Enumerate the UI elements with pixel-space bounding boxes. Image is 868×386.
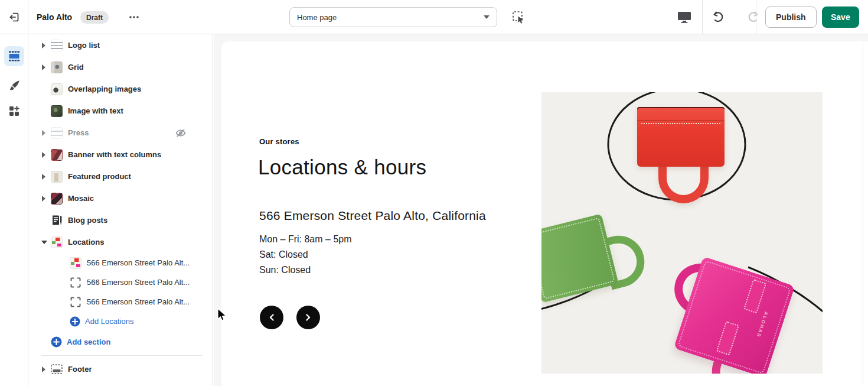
section-label: Press: [68, 128, 89, 137]
block-row-location-1[interactable]: 566 Emerson Street Palo Alt...: [28, 253, 213, 273]
device-preview-button[interactable]: [677, 11, 692, 24]
section-row-popups[interactable]: Popups: [28, 380, 213, 386]
rail-tab-theme-settings[interactable]: [4, 76, 24, 96]
block-label: 566 Emerson Street Palo Alt...: [87, 278, 190, 287]
plus-circle-icon: [51, 336, 62, 348]
sections-panel: Logo list Grid Overlapping images Image …: [28, 34, 213, 386]
hours-line: Sat: Closed: [259, 247, 352, 262]
panel-divider: [41, 355, 202, 356]
section-row-footer[interactable]: Footer: [28, 358, 213, 380]
publish-button[interactable]: Publish: [765, 7, 817, 28]
plus-circle-icon: [70, 316, 80, 327]
previous-arrow-button[interactable]: [260, 306, 283, 329]
section-thumbnail: [51, 149, 63, 161]
location-photo-handbags: ALOHAS: [541, 92, 823, 374]
next-arrow-button[interactable]: [296, 306, 320, 329]
chevron-right-icon: [305, 313, 312, 322]
preview-background: Our stores Locations & hours 566 Emerson…: [214, 34, 868, 386]
save-button[interactable]: Save: [822, 7, 859, 28]
chevron-right-icon[interactable]: [41, 64, 51, 70]
apps-icon: [8, 105, 20, 117]
inspect-element-button[interactable]: [510, 9, 527, 25]
section-thumbnail: [51, 193, 63, 205]
section-row-grid[interactable]: Grid: [28, 56, 213, 78]
rail-tab-sections[interactable]: [4, 46, 24, 66]
section-label: Footer: [68, 365, 92, 374]
hours-line: Sun: Closed: [259, 262, 352, 278]
chevron-right-icon[interactable]: [41, 366, 51, 372]
status-badge: Draft: [80, 11, 109, 24]
toolbar-divider: [702, 0, 703, 34]
section-label: Image with text: [68, 106, 123, 115]
paintbrush-icon: [8, 79, 21, 92]
section-row-press[interactable]: Press: [28, 122, 213, 144]
chevron-down-icon: [484, 15, 490, 19]
editor-rail: [0, 34, 28, 386]
section-thumbnail: [51, 61, 63, 73]
preview-eyebrow[interactable]: Our stores: [259, 137, 299, 146]
section-row-mosaic[interactable]: Mosaic: [28, 187, 213, 209]
block-label: 566 Emerson Street Palo Alt...: [87, 297, 190, 306]
footer-icon: [51, 364, 63, 375]
section-thumbnail: [51, 171, 63, 183]
carousel-navigation: [260, 306, 320, 329]
section-thumbnail: [51, 83, 63, 95]
desktop-icon: [677, 11, 692, 24]
chevron-right-icon[interactable]: [41, 174, 51, 180]
section-row-overlapping-images[interactable]: Overlapping images: [28, 78, 213, 100]
more-actions-button[interactable]: [125, 9, 143, 25]
storefront-preview-canvas[interactable]: Our stores Locations & hours 566 Emerson…: [221, 41, 868, 386]
section-row-logo-list[interactable]: Logo list: [28, 34, 213, 56]
page-selector-dropdown[interactable]: Home page: [289, 7, 497, 27]
sections-icon: [8, 50, 21, 62]
block-row-location-2[interactable]: 566 Emerson Street Palo Alt...: [28, 273, 213, 292]
section-thumbnail: [51, 236, 63, 248]
preview-address[interactable]: 566 Emerson Street Palo Alto, California: [259, 209, 486, 223]
top-toolbar: Palo Alto Draft Home page Publish Save: [0, 0, 868, 34]
block-thumbnail: [70, 257, 81, 269]
section-label: Featured product: [68, 172, 131, 181]
toolbar-divider: [756, 0, 756, 34]
eye-slash-icon[interactable]: [175, 127, 187, 139]
blog-posts-icon: [51, 215, 63, 226]
section-label: Grid: [68, 63, 84, 72]
section-row-locations[interactable]: Locations: [28, 231, 213, 253]
section-thumbnail: [51, 40, 63, 51]
section-row-image-with-text[interactable]: Image with text: [28, 100, 213, 122]
preview-hours: Mon – Fri: 8am – 5pm Sat: Closed Sun: Cl…: [259, 232, 352, 278]
section-thumbnail: [51, 127, 63, 139]
add-locations-button[interactable]: Add Locations: [28, 312, 213, 331]
red-mini-bag: [637, 107, 725, 167]
chevron-right-icon[interactable]: [41, 130, 51, 136]
block-row-location-3[interactable]: 566 Emerson Street Palo Alt...: [28, 292, 213, 312]
redo-icon: [733, 10, 747, 24]
section-label: Locations: [68, 238, 104, 246]
section-label: Mosaic: [68, 194, 94, 203]
undo-icon: [710, 10, 725, 24]
ellipsis-icon: [129, 15, 139, 19]
exit-editor-button[interactable]: [0, 0, 28, 34]
chevron-right-icon[interactable]: [41, 196, 51, 202]
theme-name: Palo Alto: [37, 0, 72, 34]
chevron-down-icon[interactable]: [41, 240, 51, 245]
exit-icon: [8, 11, 20, 23]
section-thumbnail: [51, 105, 63, 117]
section-label: Banner with text columns: [68, 150, 161, 159]
section-row-featured-product[interactable]: Featured product: [28, 166, 213, 187]
preview-heading[interactable]: Locations & hours: [258, 155, 426, 179]
chevron-right-icon[interactable]: [41, 152, 51, 158]
block-label: 566 Emerson Street Palo Alt...: [87, 258, 190, 267]
page-selector-value: Home page: [297, 13, 484, 22]
undo-button[interactable]: [710, 10, 725, 24]
section-row-blog-posts[interactable]: Blog posts: [28, 209, 213, 231]
section-row-banner-with-text-columns[interactable]: Banner with text columns: [28, 144, 213, 166]
redo-button[interactable]: [733, 10, 747, 24]
add-section-button[interactable]: Add section: [28, 331, 213, 353]
add-locations-label: Add Locations: [85, 317, 133, 326]
chevron-right-icon[interactable]: [41, 43, 51, 48]
section-label: Logo list: [68, 41, 100, 50]
chevron-left-icon: [268, 313, 275, 322]
rail-tab-app-embeds[interactable]: [4, 101, 24, 121]
placeholder-brackets-icon: [70, 277, 81, 288]
section-label: Blog posts: [68, 216, 107, 225]
